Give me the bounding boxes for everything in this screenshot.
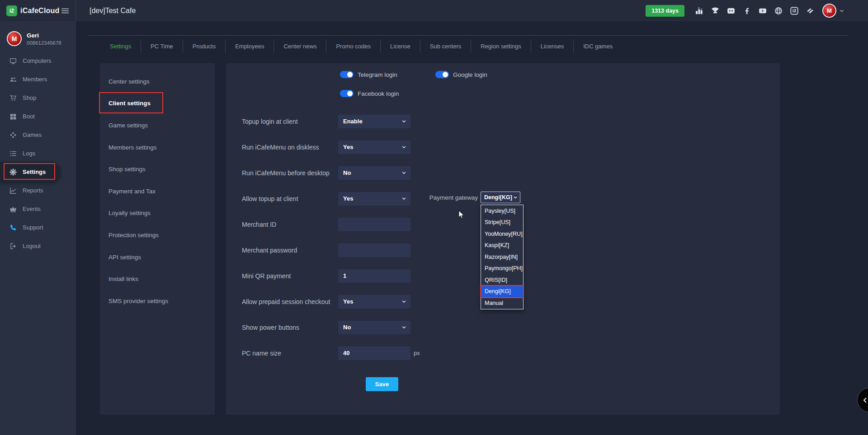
settings-nav-item-api-settings[interactable]: API settings xyxy=(100,246,215,268)
run-icafemenu-before-desktop-select[interactable]: No xyxy=(338,166,410,180)
payment-gateway-label: Payment gateway xyxy=(420,194,478,201)
payment-gateway-option-razorpay-in[interactable]: Razorpay[IN] xyxy=(481,251,523,263)
merchant-password-input[interactable] xyxy=(338,243,410,257)
sidebar-item-reports[interactable]: Reports xyxy=(0,181,76,200)
payment-gateway-option-dengi-kg[interactable]: Dengi[KG] xyxy=(481,286,523,298)
settings-nav-label: Shop settings xyxy=(108,166,146,173)
sidebar-item-logout[interactable]: Logout xyxy=(0,237,76,255)
settings-nav-item-protection-settings[interactable]: Protection settings xyxy=(100,224,215,246)
login-toggles: Google login Facebook login Telegram log… xyxy=(340,65,487,103)
toggle-switch[interactable] xyxy=(340,90,354,97)
payment-gateway-option-qris-id[interactable]: QRIS[ID] xyxy=(481,274,523,286)
settings-nav-label: Client settings xyxy=(108,100,151,107)
avatar[interactable]: M xyxy=(7,31,22,46)
tab-region-settings[interactable]: Region settings xyxy=(471,40,531,53)
facebook-icon[interactable] xyxy=(743,7,751,15)
toggle-switch[interactable] xyxy=(435,71,449,78)
partner-icon[interactable] xyxy=(806,7,814,15)
payment-gateway-option-kaspi-kz[interactable]: Kaspi[KZ] xyxy=(481,240,523,252)
tab-idc-games[interactable]: IDC games xyxy=(574,40,622,53)
allow-topup-at-client-select[interactable]: Yes xyxy=(338,192,410,206)
sidebar-item-computers[interactable]: Computers xyxy=(0,51,76,70)
tab-settings[interactable]: Settings xyxy=(100,40,141,53)
trophy-icon[interactable] xyxy=(711,7,719,15)
settings-nav: Center settings Client settings Game set… xyxy=(100,63,215,312)
option-label: Paymongo[PH] xyxy=(485,265,523,271)
mini-qr-payment-input[interactable] xyxy=(338,269,410,283)
tab-license[interactable]: License xyxy=(381,40,420,53)
settings-nav-item-install-links[interactable]: Install links xyxy=(100,268,215,290)
youtube-icon[interactable] xyxy=(759,7,767,15)
run-icafemenu-on-diskless-select[interactable]: Yes xyxy=(338,140,410,154)
option-label: Dengi[KG] xyxy=(485,288,511,295)
app-logo[interactable]: i2 iCafeCloud xyxy=(6,5,59,16)
toggle-google-login[interactable]: Google login xyxy=(435,65,487,84)
discord-icon[interactable] xyxy=(727,7,735,15)
option-label: Manual xyxy=(485,300,503,306)
settings-nav-item-members-settings[interactable]: Members settings xyxy=(100,136,215,159)
sidebar-item-support[interactable]: Support xyxy=(0,218,76,237)
app-logo-text: iCafeCloud xyxy=(20,7,59,15)
sidebar-item-label: Games xyxy=(23,131,42,138)
toggle-label: Telegram login xyxy=(358,71,397,78)
tab-pc-time[interactable]: PC Time xyxy=(141,40,183,53)
settings-nav-item-game-settings[interactable]: Game settings xyxy=(100,114,215,136)
tab-center-news[interactable]: Center news xyxy=(274,40,326,53)
settings-nav-item-loyalty-settings[interactable]: Loyalty settings xyxy=(100,202,215,225)
payment-gateway-option-paymongo-ph[interactable]: Paymongo[PH] xyxy=(481,263,523,275)
settings-nav-label: Game settings xyxy=(108,122,148,129)
merchant-id-input[interactable] xyxy=(338,218,410,231)
save-button[interactable]: Save xyxy=(366,377,398,391)
form-row-run-icafemenu-on-diskless: Run iCafeMenu on diskless Yes xyxy=(226,134,552,160)
tab-products[interactable]: Products xyxy=(183,40,226,53)
hamburger-menu-icon[interactable] xyxy=(61,7,69,15)
collapse-panel-button[interactable] xyxy=(857,388,868,412)
topup-login-at-client-select[interactable]: Enable xyxy=(338,115,410,128)
option-label: Kaspi[KZ] xyxy=(485,242,509,248)
license-days-badge[interactable]: 1313 days xyxy=(646,5,684,17)
pc-name-size-input[interactable] xyxy=(338,346,410,360)
ranking-icon[interactable] xyxy=(695,7,703,15)
sidebar-item-label: Shop xyxy=(23,94,36,101)
tab-promo-codes[interactable]: Promo codes xyxy=(326,40,381,53)
toggle-switch[interactable] xyxy=(340,71,354,78)
avatar-letter: M xyxy=(12,35,17,42)
sidebar-item-logs[interactable]: Logs xyxy=(0,144,76,163)
chevron-left-icon xyxy=(862,397,868,404)
sidebar-item-members[interactable]: Members xyxy=(0,70,76,89)
allow-prepaid-session-checkout-select[interactable]: Yes xyxy=(338,295,410,309)
tab-employees[interactable]: Employees xyxy=(226,40,274,53)
settings-nav-item-shop-settings[interactable]: Shop settings xyxy=(100,158,215,180)
payment-gateway-select[interactable]: Dengi[KG] xyxy=(481,192,520,203)
show-power-buttons-select[interactable]: No xyxy=(338,321,410,334)
settings-nav-item-center-settings[interactable]: Center settings xyxy=(100,70,215,93)
settings-nav-item-sms-provider-settings[interactable]: SMS provider settings xyxy=(100,290,215,312)
settings-nav-item-client-settings[interactable]: Client settings xyxy=(100,93,215,115)
settings-nav-label: Members settings xyxy=(108,144,157,151)
payment-gateway-option-manual[interactable]: Manual xyxy=(481,297,523,309)
toggle-facebook-login[interactable]: Facebook login xyxy=(340,84,435,103)
form-row-show-power-buttons: Show power buttons No xyxy=(226,314,552,340)
payment-gateway-option-yoomoney-ru[interactable]: YooMoney[RU] xyxy=(481,228,523,240)
user-avatar[interactable]: M xyxy=(822,4,836,18)
tab-licenses[interactable]: Licenses xyxy=(531,40,574,53)
tab-sub-centers[interactable]: Sub centers xyxy=(420,40,471,53)
form-row-label: PC name size xyxy=(242,350,338,357)
sidebar-item-boot[interactable]: Boot xyxy=(0,107,76,126)
sidebar-item-shop[interactable]: Shop xyxy=(0,89,76,107)
cafe-title: [dev]Test Cafe xyxy=(90,7,136,15)
sidebar-item-settings[interactable]: Settings xyxy=(0,162,61,182)
toggle-label: Facebook login xyxy=(358,90,399,97)
sidebar-item-events[interactable]: Events xyxy=(0,200,76,218)
sidebar-item-games[interactable]: Games xyxy=(0,126,76,144)
form-row-label: Topup login at client xyxy=(242,118,338,125)
chevron-down-icon[interactable] xyxy=(839,8,844,14)
select-value: No xyxy=(343,169,351,176)
toggle-telegram-login[interactable]: Telegram login xyxy=(340,65,435,84)
icafecloud-icon[interactable]: i2 xyxy=(790,7,798,15)
select-value: Yes xyxy=(343,298,353,305)
settings-nav-item-payment-and-tax[interactable]: Payment and Tax xyxy=(100,180,215,202)
payment-gateway-option-stripe-us[interactable]: Stripe[US] xyxy=(481,217,523,229)
payment-gateway-option-paysley-us[interactable]: Paysley[US] xyxy=(481,205,523,217)
globe-icon[interactable] xyxy=(774,7,783,15)
